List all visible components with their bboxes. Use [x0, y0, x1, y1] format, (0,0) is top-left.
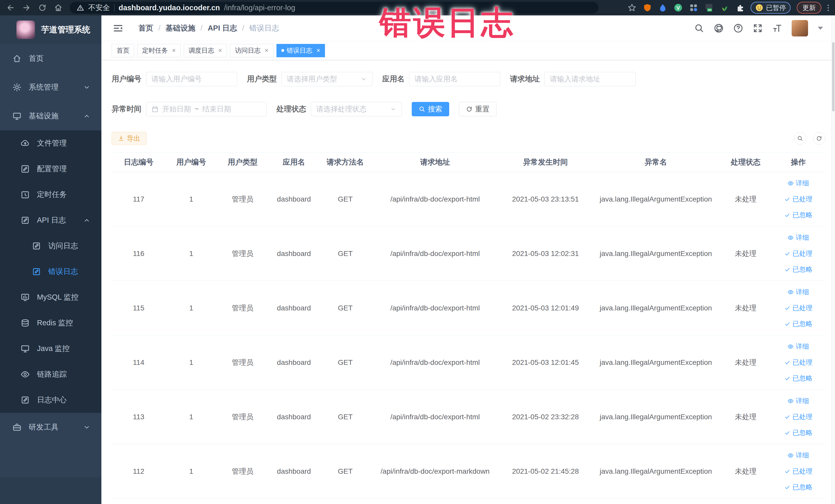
action-label: 详细 [796, 397, 809, 405]
processed-link[interactable]: 已处理 [784, 249, 812, 258]
sidebar-item-config-management[interactable]: 配置管理 [0, 156, 101, 182]
detail-link[interactable]: 详细 [788, 233, 809, 242]
cell-method: GET [320, 249, 371, 258]
close-tab-icon[interactable]: × [219, 47, 222, 54]
toggle-search-button[interactable] [794, 132, 806, 144]
help-icon[interactable] [733, 23, 744, 33]
extensions-puzzle-icon[interactable] [735, 3, 745, 12]
sidebar-item-java-monitor[interactable]: Java 监控 [0, 336, 101, 362]
fullscreen-icon[interactable] [753, 23, 763, 33]
detail-link[interactable]: 详细 [788, 179, 809, 188]
close-tab-icon[interactable]: × [265, 47, 268, 54]
profile-paused-badge[interactable]: 已暂停 [751, 2, 791, 14]
sidebar-item-log-center[interactable]: 日志中心 [0, 387, 101, 413]
browser-forward-icon[interactable] [22, 3, 31, 12]
processed-link[interactable]: 已处理 [784, 467, 812, 476]
column-header: 处理状态 [720, 157, 771, 167]
search-icon[interactable] [694, 23, 704, 33]
filter-process-status: 处理状态 请选择处理状态 [277, 102, 402, 116]
detail-link[interactable]: 详细 [788, 451, 809, 460]
close-tab-icon[interactable]: × [172, 47, 176, 54]
sidebar-item-home[interactable]: 首页 [0, 44, 101, 73]
browser-right-cluster: V on 已暂停 更新 [627, 2, 829, 14]
cell-actions: 详细已处理已忽略 [771, 287, 825, 328]
calendar-icon [151, 105, 159, 113]
cell-user-id: 1 [166, 195, 217, 203]
tab-scheduled-tasks[interactable]: 定时任务× [137, 44, 181, 57]
exception-time-range-picker[interactable]: 开始日期 ~ 结束日期 [146, 102, 267, 116]
sidebar-item-scheduled-tasks[interactable]: 定时任务 [0, 182, 101, 207]
sidebar-item-file-management[interactable]: 文件管理 [0, 130, 101, 156]
tab-access-log[interactable]: 访问日志× [230, 44, 273, 57]
ignored-link[interactable]: 已忽略 [784, 374, 812, 383]
extension-grid-icon[interactable] [689, 3, 698, 12]
bookmark-star-icon[interactable] [627, 3, 636, 12]
sidebar-item-error-log[interactable]: 错误日志 [0, 259, 101, 284]
user-avatar[interactable] [792, 20, 808, 37]
processed-link[interactable]: 已处理 [784, 358, 812, 367]
browser-home-icon[interactable] [54, 3, 63, 12]
scrollbar-thumb[interactable] [832, 42, 834, 112]
processed-link[interactable]: 已处理 [784, 412, 812, 421]
extension-vue-devtools-icon[interactable]: V [674, 3, 683, 12]
app-name-input[interactable]: 请输入应用名 [409, 72, 500, 86]
sidebar-item-access-log[interactable]: 访问日志 [0, 233, 101, 259]
filter-user-id: 用户编号 请输入用户编号 [111, 72, 237, 86]
ignored-link[interactable]: 已忽略 [784, 483, 812, 492]
export-button[interactable]: 导出 [111, 132, 147, 145]
extension-on-badge-icon[interactable]: on [704, 3, 714, 12]
font-size-icon[interactable] [772, 23, 782, 33]
extension-leaf-icon[interactable] [720, 3, 729, 12]
processed-link[interactable]: 已处理 [784, 195, 812, 204]
process-status-select[interactable]: 请选择处理状态 [311, 102, 402, 116]
refresh-table-button[interactable] [813, 132, 825, 144]
processed-link[interactable]: 已处理 [784, 303, 812, 313]
browser-reload-icon[interactable] [38, 3, 47, 12]
sidebar-item-trace[interactable]: 链路追踪 [0, 362, 101, 387]
browser-update-button[interactable]: 更新 [797, 2, 821, 14]
ignored-link[interactable]: 已忽略 [784, 265, 812, 274]
tab-error-log[interactable]: 错误日志× [277, 44, 325, 57]
cell-user-type: 管理员 [217, 249, 268, 259]
reset-button[interactable]: 重置 [459, 102, 496, 116]
sidebar-item-dev-tools[interactable]: 研发工具 [0, 413, 101, 442]
breadcrumb-item[interactable]: 首页 [138, 23, 153, 33]
breadcrumb-item[interactable]: 基础设施 [166, 23, 195, 33]
table-header-row: 日志编号用户编号用户类型应用名请求方法名请求地址异常发生时间异常名处理状态操作 [111, 153, 825, 172]
sidebar-item-label: 定时任务 [37, 189, 67, 200]
sidebar-item-api-log[interactable]: API 日志 [0, 207, 101, 233]
user-type-select[interactable]: 请选择用户类型 [281, 72, 372, 86]
chevron-down-icon [83, 423, 90, 431]
page-scrollbar[interactable] [831, 15, 835, 504]
tab-schedule-log[interactable]: 调度日志× [184, 44, 227, 57]
avatar-caret-down-icon[interactable] [818, 27, 823, 30]
extension-orange-shield-icon[interactable] [643, 3, 652, 12]
breadcrumb-item[interactable]: API 日志 [208, 23, 237, 33]
github-icon[interactable] [714, 23, 724, 33]
sidebar-collapse-icon[interactable] [113, 23, 123, 34]
detail-link[interactable]: 详细 [788, 397, 809, 405]
ignored-link[interactable]: 已忽略 [784, 210, 812, 220]
request-url-input[interactable]: 请输入请求地址 [545, 72, 635, 86]
sidebar-logo-row[interactable]: 芋道管理系统 [0, 15, 101, 44]
sidebar-item-system-management[interactable]: 系统管理 [0, 73, 101, 102]
detail-link[interactable]: 详细 [788, 287, 809, 297]
view-icon [788, 235, 794, 241]
tab-home[interactable]: 首页 [111, 44, 134, 57]
close-tab-icon[interactable]: × [317, 47, 320, 54]
browser-menu-icon[interactable] [828, 5, 829, 11]
sidebar-item-mysql-monitor[interactable]: MySQL 监控 [0, 284, 101, 310]
browser-back-icon[interactable] [6, 3, 15, 12]
extension-blue-drop-icon[interactable] [658, 3, 667, 12]
user-id-input[interactable]: 请输入用户编号 [146, 72, 237, 86]
detail-link[interactable]: 详细 [788, 342, 809, 351]
address-bar[interactable]: 不安全 dashboard.yudao.iocoder.cn/infra/log… [70, 2, 598, 14]
search-button[interactable]: 搜索 [412, 102, 449, 116]
sidebar-item-infrastructure[interactable]: 基础设施 [0, 102, 101, 130]
ignored-link[interactable]: 已忽略 [784, 428, 812, 437]
column-header: 异常发生时间 [499, 157, 592, 167]
security-warning-icon[interactable] [77, 4, 84, 12]
table-row: 1161管理员dashboardGET/api/infra/db-doc/exp… [111, 226, 825, 281]
sidebar-item-redis-monitor[interactable]: Redis 监控 [0, 310, 101, 336]
ignored-link[interactable]: 已忽略 [784, 319, 812, 328]
